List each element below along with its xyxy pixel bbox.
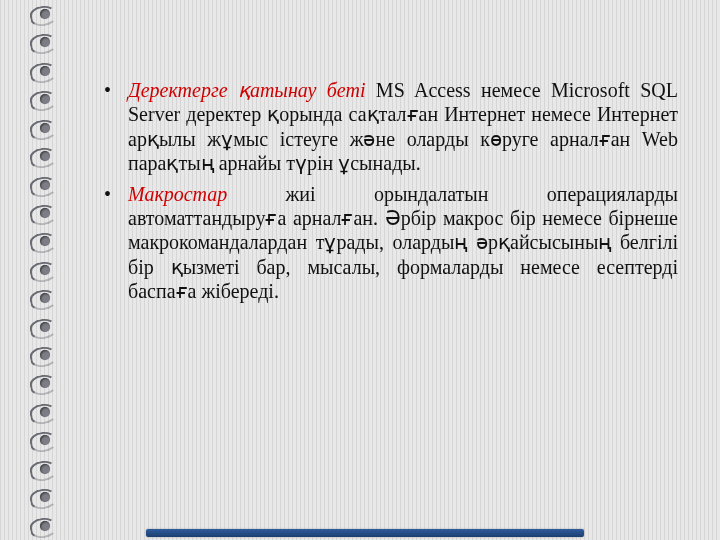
bullet-item: Деректерге қатынау беті MS Access немесе…	[100, 78, 678, 176]
spiral-binding	[30, 0, 60, 540]
spiral-ring-icon	[32, 231, 58, 251]
spiral-ring-icon	[32, 430, 58, 450]
spiral-ring-icon	[32, 146, 58, 166]
spiral-ring-icon	[32, 459, 58, 479]
spiral-ring-icon	[32, 288, 58, 308]
slide-content: Деректерге қатынау беті MS Access немесе…	[100, 78, 678, 510]
footer-accent-bar	[146, 529, 584, 537]
spiral-ring-icon	[32, 373, 58, 393]
spiral-ring-icon	[32, 61, 58, 81]
spiral-ring-icon	[32, 89, 58, 109]
spiral-ring-icon	[32, 345, 58, 365]
term-text: Деректерге қатынау беті	[128, 79, 365, 101]
term-text: Макростар	[128, 183, 227, 205]
spiral-ring-icon	[32, 487, 58, 507]
spiral-ring-icon	[32, 516, 58, 536]
spiral-ring-icon	[32, 118, 58, 138]
spiral-ring-icon	[32, 402, 58, 422]
spiral-ring-icon	[32, 260, 58, 280]
spiral-ring-icon	[32, 32, 58, 52]
slide: Деректерге қатынау беті MS Access немесе…	[0, 0, 720, 540]
spiral-ring-icon	[32, 4, 58, 24]
spiral-ring-icon	[32, 317, 58, 337]
bullet-item: Макростар жиі орындалатын операцияларды …	[100, 182, 678, 304]
spiral-ring-icon	[32, 203, 58, 223]
spiral-ring-icon	[32, 175, 58, 195]
